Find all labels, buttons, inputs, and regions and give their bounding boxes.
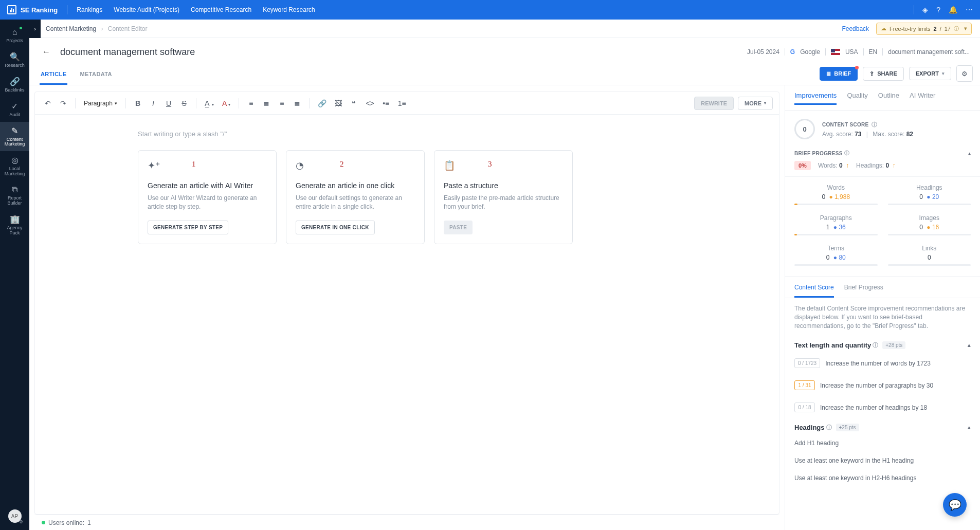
- page-title: document management software: [60, 47, 195, 58]
- avatar[interactable]: AP⚙: [8, 509, 22, 523]
- more-button[interactable]: MORE ▾: [738, 97, 773, 110]
- collapse-button[interactable]: ▴: [968, 342, 971, 349]
- section-headings[interactable]: Headings ⓘ +25 pts ▴: [785, 418, 980, 434]
- image-button[interactable]: 🖼: [332, 96, 345, 111]
- sidebar-collapse-toggle[interactable]: ›: [29, 20, 41, 38]
- right-panel: Improvements Quality Outline AI Writer 0…: [785, 85, 980, 530]
- italic-button[interactable]: I: [147, 96, 160, 111]
- number-list-button[interactable]: 1≡: [395, 96, 409, 111]
- paste-button: PASTE: [444, 221, 473, 234]
- generate-step-button[interactable]: GENERATE STEP BY STEP: [148, 221, 228, 234]
- edit-icon: ✎: [11, 126, 18, 136]
- subtab-brief-progress[interactable]: Brief Progress: [844, 284, 883, 298]
- align-right-button[interactable]: ≡: [275, 96, 288, 111]
- rec-item: Use at least one keyword in H2-H6 headin…: [785, 469, 980, 487]
- brand[interactable]: SE Ranking: [7, 5, 58, 14]
- gear-icon: ⚙: [19, 519, 23, 524]
- settings-button[interactable]: ⚙: [956, 65, 973, 82]
- online-dot-icon: [42, 521, 45, 524]
- sidebar-item-projects[interactable]: ⌂Projects: [0, 24, 29, 48]
- align-left-button[interactable]: ≡: [244, 96, 258, 111]
- sidebar-item-agency-pack[interactable]: 🏢Agency Pack: [0, 210, 29, 240]
- google-icon: G: [790, 48, 795, 56]
- top-nav: SE Ranking Rankings Website Audit (Proje…: [0, 0, 980, 20]
- sidebar-item-research[interactable]: 🔍Research: [0, 48, 29, 72]
- export-button[interactable]: EXPORT▾: [909, 67, 951, 80]
- sparkle-icon: ✦⁺: [148, 160, 267, 171]
- align-justify-button[interactable]: ≣: [291, 96, 304, 111]
- code-button[interactable]: <>: [362, 96, 377, 111]
- strike-button[interactable]: S: [177, 96, 191, 111]
- quota-badge[interactable]: ☁ Free-to-try limits 2/17 ⓘ ▾: [876, 23, 972, 35]
- breadcrumb-current: Content Editor: [108, 25, 148, 32]
- help-icon[interactable]: ?: [936, 6, 940, 14]
- card-desc: Use our AI Writer Wizard to generate an …: [148, 194, 267, 211]
- bell-icon[interactable]: 🔔: [949, 6, 957, 14]
- generate-oneclick-button[interactable]: GENERATE IN ONE CLICK: [296, 221, 375, 234]
- rtab-aiwriter[interactable]: AI Writer: [910, 92, 935, 105]
- subtab-content-score[interactable]: Content Score: [794, 284, 834, 298]
- info-icon[interactable]: ⓘ: [844, 150, 849, 157]
- lightbulb-icon[interactable]: ◈: [922, 6, 928, 14]
- annotation-number: 3: [488, 160, 492, 169]
- keyword-label: document management soft...: [888, 48, 970, 56]
- rtab-outline[interactable]: Outline: [878, 92, 899, 105]
- rec-item: 1 / 31Increase the number of paragraphs …: [794, 376, 971, 394]
- breadcrumb-parent[interactable]: Content Marketing: [46, 25, 96, 32]
- topnav-link-keyword[interactable]: Keyword Research: [263, 6, 315, 13]
- more-icon[interactable]: ⋯: [966, 6, 973, 14]
- topnav-link-audit[interactable]: Website Audit (Projects): [114, 6, 179, 13]
- tab-row: ARTICLE METADATA ≣ BRIEF ⇪SHARE EXPORT▾ …: [29, 64, 980, 85]
- arrow-up-icon: ↑: [893, 162, 896, 169]
- sidebar-item-local-marketing[interactable]: ◎Local Marketing: [0, 151, 29, 181]
- section-text-length[interactable]: Text length and quantity ⓘ +28 pts ▴: [785, 336, 980, 352]
- editor-toolbar: ↶ ↷ Paragraph ▾ B I U S A̲ ▾ A ▾: [35, 92, 779, 115]
- info-icon[interactable]: ⓘ: [872, 121, 877, 127]
- bullet-list-button[interactable]: •≡: [379, 96, 393, 111]
- undo-button[interactable]: ↶: [41, 96, 55, 111]
- redo-button[interactable]: ↷: [57, 96, 70, 111]
- chevron-down-icon: ▾: [964, 25, 967, 32]
- underline-button[interactable]: U: [162, 96, 175, 111]
- card-desc: Use our default settings to generate an …: [296, 194, 415, 211]
- feedback-link[interactable]: Feedback: [842, 25, 869, 32]
- title-bar: ← document management software Jul-05 20…: [29, 38, 980, 64]
- collapse-button[interactable]: ▴: [968, 151, 971, 156]
- tab-metadata[interactable]: METADATA: [79, 71, 113, 85]
- bold-button[interactable]: B: [131, 96, 144, 111]
- info-icon: ⓘ: [873, 341, 878, 349]
- sidebar-item-backlinks[interactable]: 🔗Backlinks: [0, 72, 29, 97]
- topnav-link-competitive[interactable]: Competitive Research: [191, 6, 251, 13]
- share-button[interactable]: ⇪SHARE: [863, 67, 904, 81]
- tab-article[interactable]: ARTICLE: [40, 71, 67, 85]
- rec-item: 0 / 18Increase the number of headings by…: [794, 398, 971, 416]
- back-button[interactable]: ←: [40, 45, 53, 59]
- country-label: USA: [845, 48, 858, 56]
- arrow-up-icon: ↑: [846, 162, 849, 169]
- rtab-improvements[interactable]: Improvements: [794, 92, 837, 105]
- content-score-circle: 0: [794, 119, 815, 139]
- sidebar-item-report-builder[interactable]: ⧉Report Builder: [0, 181, 29, 210]
- text-color-button[interactable]: A ▾: [219, 96, 233, 111]
- editor-body[interactable]: Start writing or type a slash "/" ✦⁺ 1 G…: [35, 115, 779, 514]
- rec-item: Use at least one keyword in the H1 headi…: [785, 452, 980, 469]
- chat-fab[interactable]: 💬: [943, 493, 967, 517]
- card-title: Generate an article in one click: [296, 181, 415, 190]
- paragraph-dropdown[interactable]: Paragraph ▾: [81, 98, 120, 109]
- rtab-quality[interactable]: Quality: [847, 92, 867, 105]
- align-center-button[interactable]: ≣: [260, 96, 273, 111]
- collapse-button[interactable]: ▴: [968, 424, 971, 431]
- sidebar-item-content-marketing[interactable]: ✎Content Marketing: [0, 122, 29, 152]
- brief-icon: ≣: [826, 70, 831, 77]
- brief-button[interactable]: ≣ BRIEF: [820, 67, 858, 81]
- link-button[interactable]: 🔗: [315, 96, 330, 111]
- date-label: Jul-05 2024: [747, 48, 779, 56]
- cloud-icon: ☁: [881, 25, 886, 32]
- brief-pct: 0%: [794, 161, 811, 170]
- quote-button[interactable]: ❝: [347, 96, 360, 111]
- chevron-down-icon: ▾: [115, 101, 117, 106]
- highlight-color-button[interactable]: A̲ ▾: [202, 96, 217, 111]
- topnav-link-rankings[interactable]: Rankings: [77, 6, 102, 13]
- sidebar-item-audit[interactable]: ✓Audit: [0, 97, 29, 122]
- annotation-number: 1: [192, 160, 196, 169]
